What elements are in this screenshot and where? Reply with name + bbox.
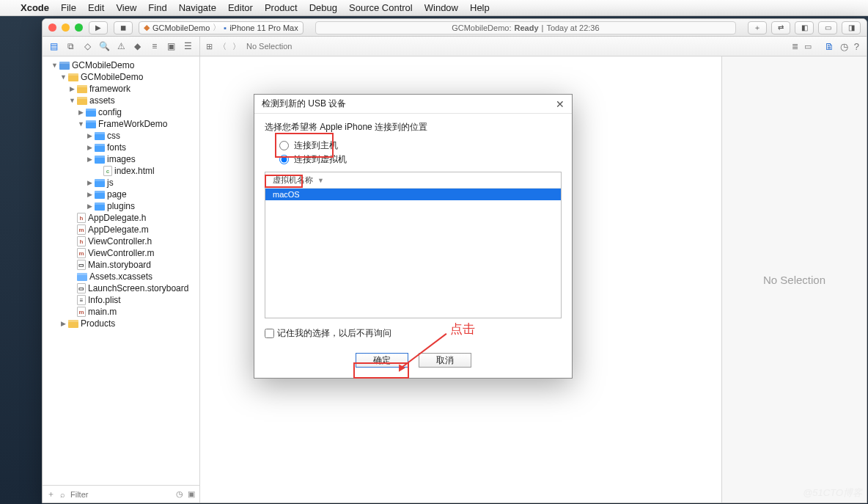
tree-launchscreen[interactable]: ▭LaunchScreen.storyboard: [43, 282, 199, 294]
tree-fonts[interactable]: ▶fonts: [43, 142, 199, 153]
destination-name: iPhone 11 Pro Max: [229, 23, 298, 32]
traffic-lights: [48, 23, 83, 32]
scm-filter-icon[interactable]: ▣: [188, 489, 195, 500]
cancel-button[interactable]: 取消: [419, 353, 471, 368]
tree-assets-xcassets[interactable]: Assets.xcassets: [43, 271, 199, 282]
tree-viewcontroller-h[interactable]: hViewController.h: [43, 235, 199, 247]
tree-images[interactable]: ▶images: [43, 153, 199, 165]
zoom-icon[interactable]: [75, 23, 83, 32]
annotation-click-label: 点击: [450, 321, 475, 337]
inspector-panel: No Selection: [721, 56, 867, 503]
menu-view[interactable]: View: [116, 2, 136, 13]
filter-input[interactable]: [70, 490, 172, 499]
menu-help[interactable]: Help: [470, 2, 490, 13]
menu-product[interactable]: Product: [265, 2, 298, 13]
code-review-button[interactable]: ⇄: [771, 21, 790, 34]
menu-source-control[interactable]: Source Control: [349, 2, 413, 13]
back-icon[interactable]: 〈: [218, 41, 227, 52]
menu-app[interactable]: Xcode: [21, 2, 49, 13]
adjust-editor-icon[interactable]: ▭: [804, 42, 812, 51]
debug-navigator-icon[interactable]: ≡: [149, 41, 160, 52]
tree-plugins[interactable]: ▶plugins: [43, 200, 199, 212]
editor-options-icon[interactable]: ≣: [792, 42, 798, 51]
vm-list: 虚拟机名称▼ macOS: [265, 172, 562, 318]
source-control-navigator-icon[interactable]: ⧉: [65, 41, 76, 52]
history-inspector-icon[interactable]: ◷: [840, 41, 848, 52]
tree-products[interactable]: ▶Products: [43, 318, 199, 329]
project-navigator: ▼GCMobileDemo ▼GCMobileDemo ▶framework ▼…: [43, 56, 200, 503]
panel-right-icon[interactable]: ◨: [842, 21, 861, 34]
panel-bottom-icon[interactable]: ▭: [818, 21, 837, 34]
run-button[interactable]: ▶: [89, 21, 108, 34]
tree-js[interactable]: ▶js: [43, 177, 199, 189]
inspector-no-selection: No Selection: [722, 56, 867, 503]
recent-filter-icon[interactable]: ◷: [176, 489, 183, 500]
menu-editor[interactable]: Editor: [228, 2, 253, 13]
vm-row-macos[interactable]: macOS: [265, 189, 561, 200]
tree-root[interactable]: ▼GCMobileDemo: [43, 59, 199, 71]
menu-debug[interactable]: Debug: [309, 2, 337, 13]
tree-main-m[interactable]: mmain.m: [43, 306, 199, 318]
navigator-footer: ＋ ⌕ ◷ ▣: [43, 485, 199, 503]
vm-list-header[interactable]: 虚拟机名称▼: [265, 172, 561, 189]
project-navigator-icon[interactable]: ▤: [48, 41, 59, 52]
radio-host[interactable]: 连接到主机: [279, 139, 562, 152]
symbol-navigator-icon[interactable]: ◇: [82, 41, 93, 52]
menu-edit[interactable]: Edit: [88, 2, 104, 13]
test-navigator-icon[interactable]: ◆: [133, 41, 144, 52]
jump-bar-no-selection: No Selection: [246, 42, 292, 51]
tab-bar: ▤ ⧉ ◇ 🔍 ⚠ ◆ ≡ ▣ ☰ ⊞ 〈 〉 No Selection ≣ ▭…: [43, 37, 867, 56]
report-navigator-icon[interactable]: ☰: [183, 41, 194, 52]
help-inspector-icon[interactable]: ?: [854, 41, 859, 52]
activity-status: GCMobileDemo: Ready | Today at 22:36: [315, 21, 736, 34]
panel-left-icon[interactable]: ◧: [795, 21, 814, 34]
add-icon[interactable]: ＋: [47, 489, 55, 500]
filter-icon[interactable]: ⌕: [59, 489, 66, 500]
tree-index-html[interactable]: cindex.html: [43, 165, 199, 177]
menu-window[interactable]: Window: [424, 2, 458, 13]
titlebar: ▶ ◼ ◆ GCMobileDemo 〉 ▪ iPhone 11 Pro Max…: [43, 19, 867, 37]
scheme-name: GCMobileDemo: [152, 23, 210, 32]
issue-navigator-icon[interactable]: ⚠: [116, 41, 127, 52]
library-button[interactable]: ＋: [748, 21, 767, 34]
menu-navigate[interactable]: Navigate: [179, 2, 216, 13]
breakpoint-navigator-icon[interactable]: ▣: [166, 41, 177, 52]
tree-main-storyboard[interactable]: ▭Main.storyboard: [43, 259, 199, 271]
tree-viewcontroller-m[interactable]: mViewController.m: [43, 247, 199, 259]
forward-icon[interactable]: 〉: [232, 41, 240, 52]
scheme-selector[interactable]: ◆ GCMobileDemo 〉 ▪ iPhone 11 Pro Max: [139, 21, 304, 34]
close-icon[interactable]: ✕: [556, 98, 564, 110]
tree-page[interactable]: ▶page: [43, 189, 199, 200]
minimize-icon[interactable]: [62, 23, 70, 32]
tree-appdelegate-m[interactable]: mAppDelegate.m: [43, 224, 199, 235]
stop-button[interactable]: ◼: [114, 21, 133, 34]
remember-checkbox[interactable]: 记住我的选择，以后不再询问: [265, 327, 562, 340]
radio-vm[interactable]: 连接到虚拟机: [279, 153, 562, 166]
macos-menubar: Xcode File Edit View Find Navigate Edito…: [0, 0, 868, 16]
close-icon[interactable]: [48, 23, 56, 32]
dialog-title: 检测到新的 USB 设备: [262, 98, 346, 110]
find-navigator-icon[interactable]: 🔍: [99, 41, 110, 52]
tree-frameworkdemo[interactable]: ▼FrameWorkDemo: [43, 118, 199, 130]
usb-dialog: 检测到新的 USB 设备 ✕ 选择您希望将 Apple iPhone 连接到的位…: [254, 94, 573, 379]
tree-app-group[interactable]: ▼GCMobileDemo: [43, 71, 199, 83]
navigator-tabs: ▤ ⧉ ◇ 🔍 ⚠ ◆ ≡ ▣ ☰: [43, 37, 200, 56]
tree-info-plist[interactable]: ≡Info.plist: [43, 294, 199, 306]
tree-config[interactable]: ▶config: [43, 106, 199, 118]
tree-appdelegate-h[interactable]: hAppDelegate.h: [43, 212, 199, 224]
tree-assets[interactable]: ▼assets: [43, 95, 199, 106]
menu-file[interactable]: File: [61, 2, 76, 13]
tree-css[interactable]: ▶css: [43, 130, 199, 142]
file-inspector-icon[interactable]: 🗎: [825, 41, 834, 52]
dialog-prompt: 选择您希望将 Apple iPhone 连接到的位置: [265, 121, 562, 134]
related-items-icon[interactable]: ⊞: [206, 42, 213, 51]
menu-find[interactable]: Find: [148, 2, 166, 13]
watermark: @51CTO博客: [803, 486, 862, 500]
tree-framework[interactable]: ▶framework: [43, 83, 199, 95]
